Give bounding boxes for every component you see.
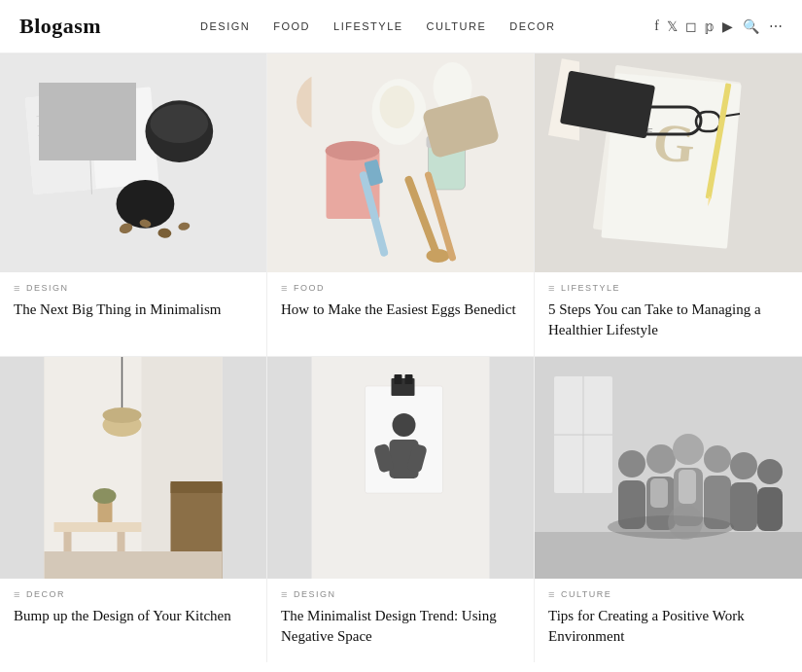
card-title-eggs: How to Make the Easiest Eggs Benedict — [281, 300, 520, 320]
card-kitchen: DECOR Bump up the Design of Your Kitchen — [0, 357, 267, 662]
svg-rect-58 — [405, 374, 413, 384]
card-title-negative-space: The Minimalist Design Trend: Using Negat… — [281, 606, 520, 647]
svg-point-18 — [380, 86, 415, 128]
svg-point-16 — [326, 141, 380, 160]
nav-decor[interactable]: DECOR — [509, 20, 555, 32]
menu-icon[interactable]: ⋯ — [769, 18, 783, 35]
svg-rect-80 — [757, 487, 783, 531]
instagram-icon[interactable]: ◻ — [685, 18, 697, 35]
svg-line-6 — [38, 131, 87, 135]
svg-rect-49 — [54, 522, 142, 532]
main-nav: DESIGN FOOD LIFESTYLE CULTURE DECOR — [200, 20, 555, 32]
svg-line-36 — [594, 114, 613, 117]
category-food-1: FOOD — [281, 282, 520, 294]
svg-text:G: G — [651, 112, 698, 174]
svg-rect-57 — [395, 374, 402, 384]
search-icon[interactable]: 🔍 — [743, 18, 759, 35]
main-content: DESIGN The Next Big Thing in Minimalism — [0, 53, 802, 662]
social-icons: f 𝕏 ◻ 𝕡 ▶ — [654, 18, 733, 35]
bottom-row: DECOR Bump up the Design of Your Kitchen — [0, 357, 802, 662]
card-image-eggs — [267, 53, 534, 272]
card-culture: CULTURE Tips for Creating a Positive Wor… — [535, 357, 802, 662]
svg-point-26 — [434, 62, 472, 113]
svg-point-77 — [730, 452, 757, 479]
svg-line-4 — [36, 112, 85, 116]
nav-lifestyle[interactable]: LIFESTYLE — [333, 20, 403, 32]
svg-rect-78 — [730, 482, 757, 531]
svg-point-73 — [673, 434, 704, 465]
category-decor-1: DECOR — [14, 588, 253, 600]
card-image-culture — [535, 357, 802, 579]
card-minimalism: DESIGN The Next Big Thing in Minimalism — [0, 53, 267, 356]
youtube-icon[interactable]: ▶ — [722, 18, 733, 35]
site-header: Blogasm DESIGN FOOD LIFESTYLE CULTURE DE… — [0, 0, 802, 53]
svg-rect-65 — [535, 532, 802, 579]
card-content-eggs: FOOD How to Make the Easiest Eggs Benedi… — [267, 272, 534, 336]
card-image-minimalism — [0, 53, 266, 272]
site-logo[interactable]: Blogasm — [19, 14, 101, 39]
svg-rect-50 — [64, 532, 72, 551]
nav-food[interactable]: FOOD — [273, 20, 310, 32]
svg-rect-51 — [118, 532, 125, 551]
card-title-kitchen: Bump up the Design of Your Kitchen — [14, 606, 253, 626]
card-image-lifestyle: G STYLE — [535, 53, 802, 272]
nav-culture[interactable]: CULTURE — [427, 20, 487, 32]
svg-rect-44 — [171, 481, 223, 493]
facebook-icon[interactable]: f — [654, 18, 659, 34]
card-lifestyle: G STYLE LIFESTYLE 5 Steps You ca — [535, 53, 802, 356]
card-negative-space: DESIGN The Minimalist Design Trend: Usin… — [267, 357, 535, 662]
card-eggs: FOOD How to Make the Easiest Eggs Benedi… — [267, 53, 535, 356]
svg-rect-34 — [613, 112, 638, 131]
pinterest-icon[interactable]: 𝕡 — [705, 18, 715, 35]
category-design-1: DESIGN — [14, 282, 253, 294]
card-content-minimalism: DESIGN The Next Big Thing in Minimalism — [0, 272, 266, 336]
svg-point-8 — [150, 104, 208, 143]
nav-design[interactable]: DESIGN — [200, 20, 250, 32]
twitter-icon[interactable]: 𝕏 — [667, 18, 678, 35]
svg-point-75 — [704, 445, 731, 473]
category-lifestyle-1: LIFESTYLE — [548, 282, 788, 294]
card-title-minimalism: The Next Big Thing in Minimalism — [14, 300, 253, 320]
card-image-kitchen — [0, 357, 266, 579]
svg-point-79 — [757, 459, 783, 484]
card-image-negative-space — [267, 357, 534, 579]
svg-point-71 — [646, 444, 676, 474]
card-title-culture: Tips for Creating a Positive Work Enviro… — [548, 606, 788, 647]
svg-rect-83 — [679, 470, 696, 504]
card-content-negative-space: DESIGN The Minimalist Design Trend: Usin… — [267, 579, 534, 662]
header-actions: f 𝕏 ◻ 𝕡 ▶ 🔍 ⋯ — [654, 18, 783, 35]
category-culture-1: CULTURE — [548, 588, 788, 600]
svg-point-48 — [103, 407, 142, 423]
svg-point-22 — [427, 249, 450, 263]
svg-line-5 — [37, 122, 86, 125]
top-row: DESIGN The Next Big Thing in Minimalism — [0, 53, 802, 357]
svg-rect-2 — [25, 92, 96, 195]
svg-rect-84 — [650, 478, 668, 508]
card-content-kitchen: DECOR Bump up the Design of Your Kitchen — [0, 579, 266, 642]
card-content-lifestyle: LIFESTYLE 5 Steps You can Take to Managi… — [535, 272, 802, 356]
svg-point-59 — [393, 413, 416, 437]
svg-rect-45 — [45, 551, 223, 579]
svg-point-82 — [668, 505, 703, 540]
svg-rect-20 — [427, 136, 468, 148]
card-content-culture: CULTURE Tips for Creating a Positive Wor… — [535, 579, 802, 662]
category-design-2: DESIGN — [281, 588, 520, 600]
card-title-lifestyle: 5 Steps You can Take to Managing a Healt… — [548, 300, 788, 340]
svg-point-69 — [618, 450, 645, 477]
svg-point-53 — [93, 488, 117, 504]
